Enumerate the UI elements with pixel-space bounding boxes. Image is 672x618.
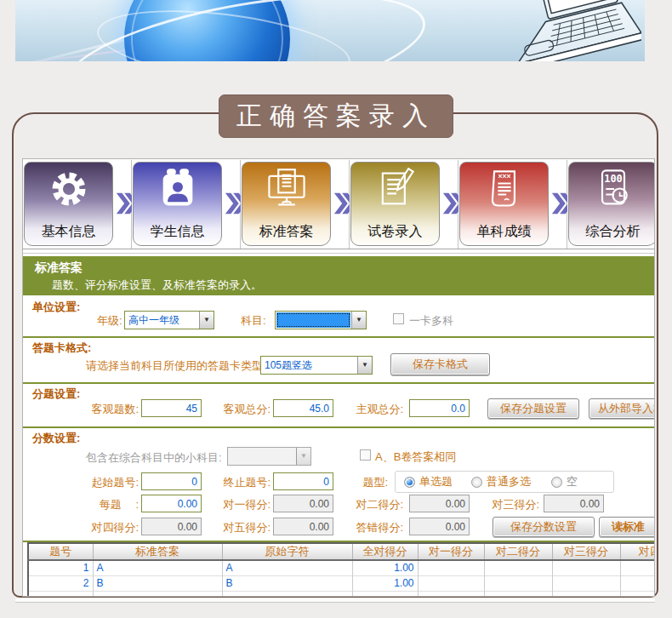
radio-single-choice[interactable] (404, 477, 415, 488)
objective-count-label: 客观题数: (35, 402, 139, 417)
sub-subject-label: 包含在综合科目中的小科目: (86, 450, 222, 466)
panel-bottom-shadow (15, 598, 655, 603)
section-separator (23, 336, 654, 338)
match1-label: 对一得分: (184, 497, 271, 512)
save-score-settings-button[interactable]: 保存分数设置 (493, 517, 595, 537)
radio-single-choice-label: 单选题 (419, 474, 453, 489)
card-type-label: 请选择当前科目所使用的答题卡类型: (86, 358, 266, 374)
nav-tile-basic-info[interactable]: 基本信息 (24, 162, 113, 246)
save-card-format-button[interactable]: 保存卡格式 (390, 353, 490, 375)
cell-m1 (418, 575, 484, 591)
save-question-split-button[interactable]: 保存分题设置 (487, 398, 579, 419)
match3-label: 对三得分: (439, 497, 539, 512)
match4-label: 对四得分: (35, 520, 139, 535)
sub-subject-dropdown-value (228, 448, 296, 465)
nav-tile-label: 单科成绩 (460, 223, 548, 241)
section-banner-title: 标准答案 (35, 260, 83, 276)
start-no-label: 起始题号: (35, 475, 139, 490)
cell-full-score: 1.00 (352, 560, 418, 575)
radio-multi-choice[interactable] (471, 477, 482, 488)
header-banner-image (15, 0, 645, 61)
col-header: 对三得分 (552, 543, 620, 560)
divider (23, 253, 654, 254)
section-separator (23, 382, 654, 384)
nav-tile-label: 标准答案 (242, 223, 330, 241)
report-clock-icon: 100 (569, 167, 655, 215)
read-standard-button[interactable]: 读标准 (599, 517, 655, 537)
score-settings-header: 分数设置: (32, 431, 80, 446)
col-header: 对四得分 (620, 543, 655, 560)
cell-m3 (552, 575, 620, 591)
multi-subject-checkbox[interactable] (393, 313, 404, 324)
subject-dropdown[interactable]: ▼ (275, 311, 367, 329)
cell-answer: B (93, 575, 222, 591)
monitor-document-icon (242, 167, 330, 215)
section-banner-subtitle: 题数、评分标准设置、及标准答案的录入。 (52, 278, 262, 293)
nav-cell: 试卷录入 (350, 160, 458, 249)
table-row[interactable]: 2 B B 1.00 (28, 575, 655, 591)
nav-cell: 学生信息 (132, 160, 241, 249)
wrong-score-input (409, 518, 470, 535)
grade-label: 年级: (97, 313, 122, 329)
qtype-label: 题型: (320, 475, 388, 490)
nav-cell: ××× 单科成绩 (458, 160, 567, 249)
student-calendar-icon (134, 167, 221, 215)
col-header: 标准答案 (93, 543, 222, 560)
multi-subject-checkbox-label: 一卡多科 (409, 313, 453, 329)
card-type-dropdown[interactable]: 105题竖选 ▼ (260, 356, 373, 375)
nav-tile-subject-scores[interactable]: ××× 单科成绩 (459, 162, 549, 246)
page-title: 正确答案录入 (219, 94, 453, 138)
card-type-dropdown-value: 105题竖选 (261, 357, 357, 374)
nav-tile-analysis[interactable]: 100 综合分析 (568, 162, 655, 246)
dropdown-arrow-icon: ▼ (296, 448, 310, 465)
answers-table: 题号 标准答案 原始字符 全对得分 对一得分 对二得分 对三得分 对四得分 1 … (27, 542, 655, 597)
nav-tile-student-info[interactable]: 学生信息 (133, 162, 222, 246)
svg-text:×××: ××× (498, 172, 510, 180)
cell-answer: A (93, 560, 222, 575)
nav-cell: 100 综合分析 (567, 160, 655, 249)
per-question-label: 每题 : (35, 497, 139, 512)
col-header: 原始字符 (222, 543, 352, 560)
page: 正确答案录入 基本信息 (0, 0, 672, 618)
nav-tile-standard-answers[interactable]: 标准答案 (242, 162, 331, 246)
cell-m1 (418, 560, 484, 575)
radio-empty[interactable] (551, 477, 562, 488)
content-area: 基本信息 (22, 158, 655, 597)
cell-m4 (620, 560, 655, 575)
cell-raw: A (222, 560, 352, 575)
question-type-group: 单选题 普通多选 空 (395, 471, 614, 493)
nav-tile-label: 基本信息 (25, 223, 112, 241)
score-sheet-icon: ××× (460, 167, 548, 215)
svg-text:100: 100 (604, 173, 623, 185)
cell-no: 2 (28, 575, 93, 591)
workflow-nav: 基本信息 (23, 160, 654, 249)
gear-icon (25, 167, 112, 215)
dropdown-arrow-icon[interactable]: ▼ (199, 312, 214, 329)
col-header: 对二得分 (484, 543, 552, 560)
nav-tile-paper-entry[interactable]: 试卷录入 (350, 162, 440, 246)
cell-no: 1 (28, 560, 93, 575)
subjective-total-input[interactable] (409, 399, 470, 417)
match2-label: 对二得分: (320, 497, 403, 512)
col-header: 题号 (28, 543, 93, 560)
nav-cell: 基本信息 (23, 160, 132, 249)
table-header-row: 题号 标准答案 原始字符 全对得分 对一得分 对二得分 对三得分 对四得分 (28, 543, 655, 560)
cell-m4 (620, 575, 655, 591)
nav-tile-label: 试卷录入 (351, 223, 439, 241)
cell-raw: B (222, 575, 352, 591)
grade-dropdown[interactable]: 高中一年级 ▼ (124, 311, 214, 329)
unit-settings-header: 单位设置: (32, 300, 80, 315)
ab-same-checkbox[interactable] (360, 449, 371, 461)
cell-m3 (552, 560, 620, 575)
dropdown-arrow-icon[interactable]: ▼ (351, 312, 366, 329)
end-no-label: 终止题号: (184, 475, 271, 490)
dropdown-arrow-icon[interactable]: ▼ (357, 357, 372, 374)
section-separator (23, 426, 654, 428)
match5-label: 对五得分: (184, 520, 271, 535)
table-row[interactable]: 1 A A 1.00 (28, 560, 655, 575)
cell-full-score: 1.00 (352, 575, 418, 591)
import-format-button[interactable]: 从外部导入格 (589, 398, 655, 419)
cell-m2 (484, 560, 552, 575)
table-row-partial (28, 591, 655, 597)
radio-empty-label: 空 (567, 474, 578, 489)
